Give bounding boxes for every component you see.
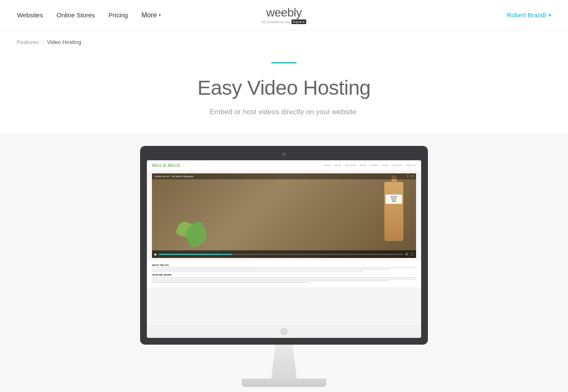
mockup-video-bg: BELOWDECKRUM <box>152 173 416 258</box>
mockup-video-titlebar: Janelle and Jon - The Modern Mixologists… <box>152 173 416 179</box>
rum-label-text: BELOWDECKRUM <box>386 196 401 203</box>
monitor-base-inner <box>147 325 421 338</box>
video-ctrl-1: ⛶ <box>407 175 410 178</box>
video-ctrl-2: ↗ <box>411 175 414 178</box>
play-button: ▶ <box>154 252 157 256</box>
mockup-section-title-1: WHAT WE DO <box>152 264 416 266</box>
mockup-nav: Mint & Mirch ABOUT BLOG SERVICES SHOP FL… <box>147 160 421 171</box>
logo-sub: eCommerce by Square <box>262 19 306 24</box>
mockup-logo: Mint & Mirch <box>152 163 180 168</box>
logo-text: weebly <box>262 6 306 19</box>
time-bar <box>159 254 403 255</box>
user-chevron-icon[interactable]: ▾ <box>549 12 551 18</box>
monitor-camera <box>282 153 286 156</box>
nav-right: Robert Brandl ▾ <box>507 11 551 19</box>
monitor-foot <box>242 378 326 387</box>
nav-user[interactable]: Robert Brandl <box>507 11 546 19</box>
mockup-video: BELOWDECKRUM Janelle and Jon - The Moder… <box>152 173 416 258</box>
text-line <box>152 282 310 283</box>
monitor: Mint & Mirch ABOUT BLOG SERVICES SHOP FL… <box>140 146 428 387</box>
breadcrumb-features[interactable]: Features <box>17 39 39 45</box>
hero-section: Easy Video Hosting Embed or host videos … <box>0 54 568 133</box>
monitor-neck <box>263 345 305 378</box>
breadcrumb: Features › Video Hosting <box>0 30 568 54</box>
rum-bottle-label: BELOWDECKRUM <box>386 195 402 204</box>
rum-bottle: BELOWDECKRUM <box>384 182 403 241</box>
breadcrumb-current: Video Hosting <box>47 39 81 45</box>
mockup-section-title-2: HOW WE WORK <box>152 274 416 276</box>
video-controls-top: ⛶ ↗ <box>407 175 414 178</box>
fullscreen-icon: ⛶ <box>411 253 414 256</box>
hero-accent-line <box>271 62 297 63</box>
monitor-container: Mint & Mirch ABOUT BLOG SERVICES SHOP FL… <box>0 133 568 387</box>
hero-subtitle: Embed or host videos directly on your we… <box>17 108 551 116</box>
text-line <box>152 279 416 280</box>
monitor-base-circle <box>281 328 287 335</box>
square-badge: Square <box>292 19 306 24</box>
mockup-nav-links: ABOUT BLOG SERVICES SHOP FLYERS PROS CON… <box>324 164 416 167</box>
text-line <box>152 269 390 270</box>
main-nav: Websites Online Stores Pricing More ▾ we… <box>0 0 568 30</box>
breadcrumb-sep: › <box>42 40 44 45</box>
nav-more-chevron: ▾ <box>159 13 161 17</box>
text-line <box>152 277 416 278</box>
mockup-content: WHAT WE DO HOW WE WORK <box>147 260 421 287</box>
nav-more-label: More <box>141 11 157 19</box>
nav-more[interactable]: More ▾ <box>141 11 160 19</box>
text-line <box>152 267 416 268</box>
text-line <box>152 280 390 281</box>
volume-icon: 🔊 <box>405 252 409 256</box>
nav-online-stores[interactable]: Online Stores <box>56 11 95 19</box>
nav-pricing[interactable]: Pricing <box>108 11 128 19</box>
monitor-screen: Mint & Mirch ABOUT BLOG SERVICES SHOP FL… <box>147 160 421 325</box>
monitor-stand <box>140 345 428 387</box>
nav-left: Websites Online Stores Pricing More ▾ <box>17 11 161 19</box>
video-title-text: Janelle and Jon - The Modern Mixologists <box>154 175 193 178</box>
nav-logo[interactable]: weebly eCommerce by Square <box>262 6 306 24</box>
hero-title: Easy Video Hosting <box>17 76 551 99</box>
nav-websites[interactable]: Websites <box>17 11 43 19</box>
mockup-video-controls: ▶ 🔊 ⛶ <box>152 250 416 258</box>
page-background: Mint & Mirch ABOUT BLOG SERVICES SHOP FL… <box>0 133 568 392</box>
text-line <box>152 271 363 271</box>
monitor-screen-wrap: Mint & Mirch ABOUT BLOG SERVICES SHOP FL… <box>140 146 428 325</box>
monitor-base-outer <box>140 325 428 345</box>
